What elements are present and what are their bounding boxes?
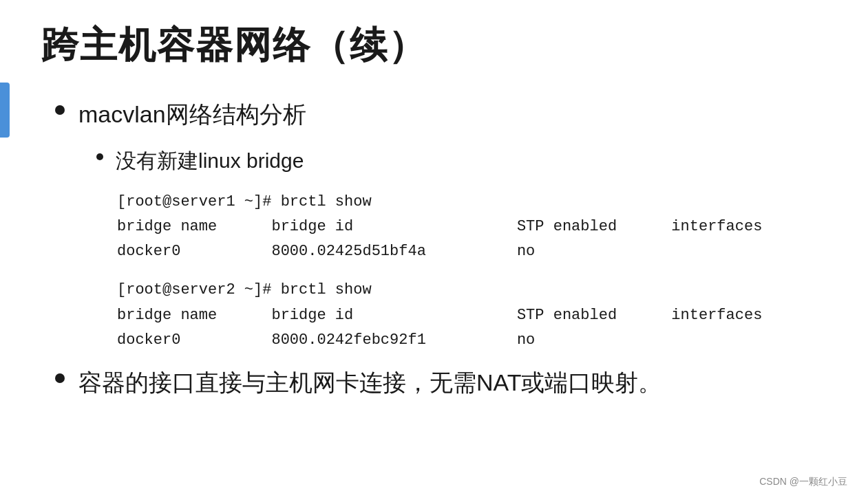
bullet-1-dot xyxy=(55,105,65,115)
code2-line1: [root@server2 ~]# brctl show xyxy=(117,281,372,298)
accent-shape xyxy=(0,83,10,138)
bullet-2: 容器的接口直接与主机网卡连接，无需NAT或端口映射。 xyxy=(55,367,827,400)
bullet-2-dot xyxy=(55,373,65,383)
bullet-2-text: 容器的接口直接与主机网卡连接，无需NAT或端口映射。 xyxy=(78,367,661,400)
code1-line3: docker0 8000.02425d51bf4a no xyxy=(117,243,535,260)
bullet-1-text: macvlan网络结构分析 xyxy=(78,98,306,131)
code-block-2: [root@server2 ~]# brctl show bridge name… xyxy=(117,278,827,353)
sub-bullet-1-text: 没有新建linux bridge xyxy=(116,145,304,176)
bullet-1: macvlan网络结构分析 xyxy=(55,98,827,131)
sub-content: 没有新建linux bridge [root@server1 ~]# brctl… xyxy=(55,145,827,353)
code-section-2: [root@server2 ~]# brctl show bridge name… xyxy=(96,278,827,353)
watermark: CSDN @一颗红小豆 xyxy=(759,476,847,488)
content-area: macvlan网络结构分析 没有新建linux bridge [root@ser… xyxy=(41,98,827,400)
code-block-1: [root@server1 ~]# brctl show bridge name… xyxy=(117,190,827,265)
slide-container: 跨主机容器网络（续） macvlan网络结构分析 没有新建linux bridg… xyxy=(0,0,868,502)
code1-line1: [root@server1 ~]# brctl show xyxy=(117,193,372,210)
slide-title: 跨主机容器网络（续） xyxy=(41,21,827,71)
sub-bullet-1-dot xyxy=(96,153,103,160)
code-section-1: [root@server1 ~]# brctl show bridge name… xyxy=(96,190,827,265)
code1-line2: bridge name bridge id STP enabled interf… xyxy=(117,218,762,235)
code2-line3: docker0 8000.0242febc92f1 no xyxy=(117,331,535,349)
sub-bullet-1: 没有新建linux bridge xyxy=(96,145,827,176)
code2-line2: bridge name bridge id STP enabled interf… xyxy=(117,307,762,324)
bullet-3-section: 容器的接口直接与主机网卡连接，无需NAT或端口映射。 xyxy=(55,367,827,400)
